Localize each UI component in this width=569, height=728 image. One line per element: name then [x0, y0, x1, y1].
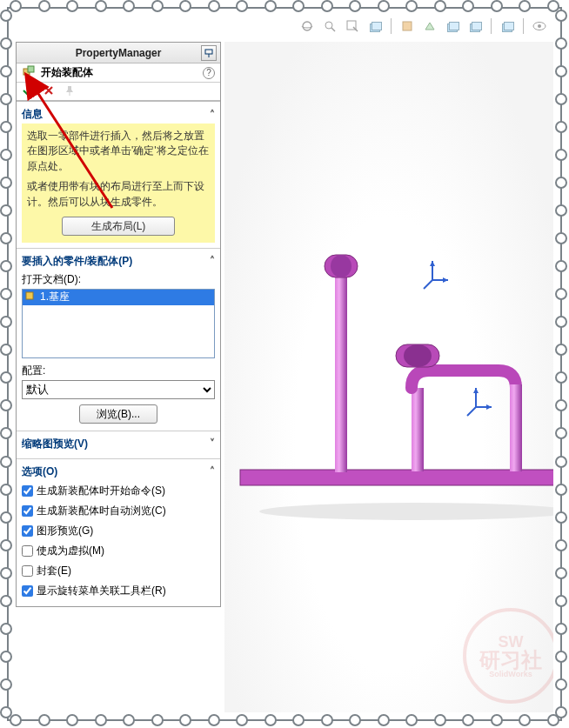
view-cube-icon[interactable] [499, 17, 516, 35]
cancel-icon[interactable] [43, 84, 55, 99]
section-insert-head[interactable]: 要插入的零件/装配体(P) ˄ [22, 252, 215, 270]
option-row[interactable]: 图形预览(G) [22, 521, 215, 541]
svg-point-16 [259, 503, 553, 520]
property-manager-panel: PropertyManager 开始装配体 ? [16, 42, 221, 607]
option-label: 封套(E) [37, 564, 71, 578]
svg-rect-11 [28, 66, 34, 72]
config-label: 配置: [22, 364, 215, 378]
option-checkbox[interactable] [22, 545, 33, 557]
list-item[interactable]: 1.基座 [23, 290, 214, 305]
option-row[interactable]: 使成为虚拟(M) [22, 541, 215, 561]
svg-point-0 [303, 22, 311, 30]
info-msg1: 选取一零部件进行插入，然后将之放置在图形区域中或者单击'确定'将之定位在原点处。 [27, 129, 210, 174]
section-view-icon[interactable] [366, 17, 384, 35]
section-insert: 要插入的零件/装配体(P) ˄ 打开文档(D): 1.基座 配置: 默认 浏览(… [17, 249, 220, 431]
option-checkbox[interactable] [22, 505, 33, 517]
browse-button[interactable]: 浏览(B)... [79, 404, 157, 424]
svg-line-29 [467, 407, 476, 416]
ok-cancel-row [17, 83, 220, 102]
option-label: 图形预览(G) [37, 524, 93, 538]
display-style-icon[interactable] [398, 17, 416, 35]
config-select[interactable]: 默认 [22, 380, 215, 399]
svg-point-19 [331, 255, 351, 277]
section-info-head[interactable]: 信息 ˄ [22, 105, 215, 124]
layout-button[interactable]: 生成布局(L) [62, 217, 175, 236]
section-insert-label: 要插入的零件/装配体(P) [22, 254, 132, 269]
option-row[interactable]: 生成新装配体时开始命令(S) [22, 481, 215, 501]
help-icon[interactable]: ? [203, 67, 215, 79]
section-options-label: 选项(O) [22, 464, 57, 479]
section-options-head[interactable]: 选项(O) ˄ [22, 463, 215, 481]
graphics-viewport[interactable]: SW 研习社 SolidWorks [224, 42, 553, 712]
svg-rect-8 [205, 50, 212, 54]
orbit-icon[interactable] [298, 17, 316, 35]
part-icon [24, 290, 37, 304]
section-thumb: 缩略图预览(V) ˅ [17, 431, 220, 459]
hide-show-icon[interactable] [531, 17, 548, 35]
svg-rect-15 [240, 470, 553, 485]
info-msg2: 或者使用带有块的布局进行至上而下设计。然后可以从块生成零件。 [27, 179, 210, 210]
option-label: 生成新装配体时自动浏览(C) [37, 504, 166, 518]
section-options: 选项(O) ˄ 生成新装配体时开始命令(S)生成新装配体时自动浏览(C)图形预览… [17, 459, 220, 606]
svg-point-7 [538, 24, 541, 28]
option-checkbox[interactable] [22, 485, 33, 497]
open-doc-list[interactable]: 1.基座 [22, 289, 215, 358]
svg-line-2 [331, 28, 335, 31]
section-thumb-label: 缩略图预览(V) [22, 437, 88, 451]
option-row[interactable]: 生成新装配体时自动浏览(C) [22, 501, 215, 521]
open-doc-label: 打开文档(D): [22, 272, 215, 287]
ok-icon[interactable] [22, 84, 34, 99]
section-thumb-head[interactable]: 缩略图预览(V) ˅ [22, 435, 215, 453]
appearance-icon[interactable] [444, 17, 461, 35]
svg-point-23 [404, 344, 432, 367]
option-checkbox[interactable] [22, 565, 33, 577]
option-row[interactable]: 封套(E) [22, 561, 215, 581]
command-title: 开始装配体 [41, 65, 93, 80]
panel-titlebar: PropertyManager [17, 43, 220, 63]
svg-rect-5 [403, 22, 412, 30]
svg-rect-17 [335, 270, 347, 472]
zoom-area-icon[interactable] [344, 17, 361, 35]
option-label: 显示旋转菜单关联工具栏(R) [37, 584, 166, 598]
scene-icon[interactable] [421, 17, 438, 35]
svg-line-26 [424, 280, 432, 289]
svg-point-1 [325, 22, 332, 29]
assembly-icon [22, 64, 36, 81]
option-row[interactable]: 显示旋转菜单关联工具栏(R) [22, 581, 215, 601]
chevron-up-icon: ˄ [210, 465, 215, 478]
option-checkbox[interactable] [22, 585, 33, 597]
panel-title: PropertyManager [76, 47, 162, 59]
list-item-label: 1.基座 [40, 290, 70, 304]
chevron-up-icon: ˄ [210, 109, 215, 121]
option-label: 生成新装配体时开始命令(S) [37, 484, 165, 498]
svg-rect-14 [26, 292, 33, 299]
chevron-up-icon: ˄ [210, 255, 215, 267]
option-checkbox[interactable] [22, 525, 33, 537]
view-toolbar [298, 16, 548, 37]
watermark: SW 研习社 SolidWorks [463, 608, 553, 704]
chevron-down-icon: ˅ [210, 437, 215, 450]
render-icon[interactable] [466, 17, 484, 35]
svg-rect-21 [510, 384, 522, 471]
section-info: 信息 ˄ 选取一零部件进行插入，然后将之放置在图形区域中或者单击'确定'将之定位… [17, 102, 220, 249]
pin-icon[interactable] [201, 45, 217, 61]
section-info-label: 信息 [22, 107, 43, 122]
pushpin-icon[interactable] [64, 84, 76, 99]
svg-rect-20 [412, 388, 424, 471]
zoom-fit-icon[interactable] [321, 17, 338, 35]
command-header: 开始装配体 ? [17, 63, 220, 83]
option-label: 使成为虚拟(M) [37, 544, 104, 558]
